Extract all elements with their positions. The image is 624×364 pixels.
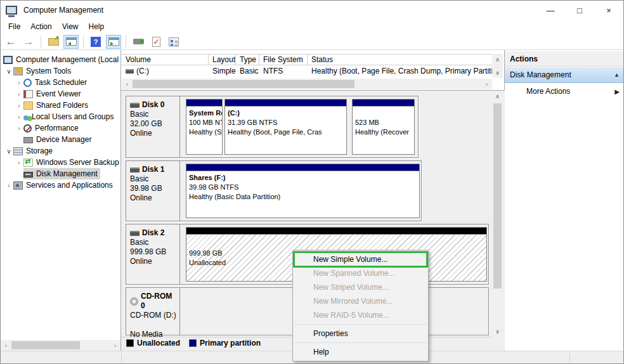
scroll-right-icon[interactable]: › (110, 340, 120, 351)
event-viewer-icon (23, 90, 33, 98)
disk0-partition-recovery[interactable]: 523 MB Healthy (Recover (352, 99, 415, 155)
disk0-label[interactable]: Disk 0 Basic 32.00 GB Online (126, 96, 180, 157)
help-icon: ? (91, 37, 101, 47)
back-icon: ← (6, 36, 16, 47)
chevron-collapsed-icon[interactable]: › (15, 79, 23, 86)
scroll-left-icon[interactable]: ‹ (122, 79, 133, 89)
tree-item-event-viewer[interactable]: › Event Viewer (1, 88, 120, 100)
scrollbar-thumb[interactable] (133, 80, 354, 88)
column-layout[interactable]: Layout (209, 55, 236, 65)
scroll-up-icon[interactable]: ∧ (492, 54, 503, 65)
disk2-label[interactable]: Disk 2 Basic 999.98 GB Online (126, 224, 180, 284)
scroll-down-icon[interactable]: ∨ (492, 326, 503, 337)
scrollbar-thumb[interactable] (493, 103, 502, 289)
primary-partition-band (186, 100, 222, 106)
menu-view[interactable]: View (57, 21, 84, 32)
menu-item-new-mirrored-volume: New Mirrored Volume... (293, 294, 428, 308)
forward-button[interactable]: → (21, 35, 36, 49)
disk1-row: Disk 1 Basic 39.98 GB Online Shares (F:)… (126, 160, 422, 221)
toolbar-separator (126, 36, 126, 48)
tree-item-storage[interactable]: ∨ Storage (1, 145, 120, 157)
actions-header: Actions (505, 51, 624, 67)
tree-item-computer-management[interactable]: Computer Management (Local (1, 54, 120, 65)
tree-item-device-manager[interactable]: Device Manager (1, 134, 120, 145)
menu-file[interactable]: File (3, 21, 25, 32)
menu-item-help[interactable]: Help (293, 345, 428, 359)
volume-list-hscrollbar[interactable]: ‹ › (122, 79, 492, 89)
scrollbar-thumb[interactable] (11, 341, 80, 349)
check-document-button[interactable] (148, 35, 164, 49)
column-volume[interactable]: Volume (122, 55, 209, 65)
menu-item-new-simple-volume[interactable]: New Simple Volume... (293, 251, 428, 268)
checklist-icon (169, 37, 179, 46)
scroll-right-icon[interactable]: › (481, 79, 492, 89)
users-icon (23, 115, 29, 120)
task-scheduler-icon (23, 79, 32, 87)
chevron-expanded-icon[interactable]: ∨ (4, 68, 13, 75)
scope-button[interactable] (131, 35, 146, 49)
disk-management-icon (23, 172, 33, 178)
tree-item-local-users-groups[interactable]: › Local Users and Groups (1, 111, 120, 122)
tree-item-task-scheduler[interactable]: › Task Scheduler (1, 77, 120, 88)
help-button[interactable]: ? (88, 35, 103, 49)
minimize-button[interactable]: — (536, 1, 565, 20)
menu-item-properties[interactable]: Properties (293, 327, 428, 341)
column-file-system[interactable]: File System (259, 55, 308, 65)
disk0-partition-c[interactable]: (C:) 31.39 GB NTFS Healthy (Boot, Page F… (224, 99, 347, 155)
computer-icon (3, 56, 13, 64)
cdrom-icon (130, 297, 138, 306)
volume-list-vscrollbar[interactable]: ∧ ∨ (492, 54, 503, 78)
disk1-partition-shares[interactable]: Shares (F:) 39.98 GB NTFS Healthy (Basic… (186, 164, 420, 218)
scroll-left-icon[interactable]: ‹ (1, 340, 11, 351)
column-type[interactable]: Type (236, 55, 259, 65)
back-button[interactable]: ← (3, 35, 18, 49)
check-document-icon (152, 37, 160, 47)
toolbar: ← → ? (1, 34, 623, 50)
chevron-collapsed-icon[interactable]: › (15, 91, 23, 98)
tree-item-disk-management[interactable]: Disk Management (1, 168, 120, 179)
maximize-button[interactable]: □ (565, 1, 594, 20)
tree-item-services-applications[interactable]: › Services and Applications (1, 179, 120, 191)
show-action-pane-button[interactable] (106, 35, 121, 49)
tree-horizontal-scrollbar[interactable]: ‹ › (1, 340, 120, 351)
disk1-label[interactable]: Disk 1 Basic 39.98 GB Online (126, 161, 180, 221)
console-tree: Computer Management (Local ∨ System Tool… (1, 50, 121, 351)
graph-vscrollbar[interactable]: ∧ ∨ (492, 91, 503, 348)
device-manager-icon (23, 137, 33, 143)
checklist-button[interactable] (166, 35, 181, 49)
chevron-collapsed-icon[interactable]: › (4, 182, 13, 189)
tree-item-system-tools[interactable]: ∨ System Tools (1, 65, 120, 77)
disk0-partition-system-reserved[interactable]: System Re 100 MB NTF Healthy (Sy (186, 99, 223, 155)
chevron-collapsed-icon[interactable]: › (15, 125, 23, 132)
actions-group-disk-management[interactable]: Disk Management ▲ (505, 67, 624, 83)
submenu-arrow-icon: ▶ (614, 88, 620, 95)
collapse-arrow-icon[interactable]: ▲ (614, 72, 620, 78)
volume-row-c[interactable]: (C:) Simple Basic NTFS Healthy (Boot, Pa… (122, 65, 492, 77)
storage-icon (13, 147, 23, 155)
show-console-tree-button[interactable] (63, 35, 79, 49)
chevron-collapsed-icon[interactable]: › (15, 102, 23, 109)
chevron-collapsed-icon[interactable]: › (15, 114, 23, 120)
more-actions-item[interactable]: More Actions ▶ (505, 84, 624, 99)
chevron-collapsed-icon[interactable]: › (15, 159, 23, 166)
menu-action[interactable]: Action (25, 21, 56, 32)
export-button[interactable] (46, 35, 61, 49)
cdrom-label[interactable]: CD-ROM 0 CD-ROM (D:) No Media (126, 288, 180, 335)
menu-item-new-spanned-volume: New Spanned Volume... (293, 266, 428, 280)
forward-icon: → (23, 36, 34, 47)
primary-partition-band (225, 100, 346, 106)
close-button[interactable]: × (594, 1, 623, 20)
menu-help[interactable]: Help (84, 21, 110, 32)
scroll-down-icon[interactable]: ∨ (492, 67, 503, 78)
services-icon (13, 181, 23, 190)
computer-management-window: Computer Management — □ × File Action Vi… (0, 0, 624, 364)
window-title: Computer Management (23, 6, 103, 15)
chevron-expanded-icon[interactable]: ∨ (4, 148, 13, 155)
tree-item-performance[interactable]: › Performance (1, 122, 120, 134)
context-menu: New Simple Volume... New Spanned Volume.… (292, 250, 429, 361)
status-divider (569, 353, 570, 363)
tree-item-shared-folders[interactable]: › Shared Folders (1, 100, 120, 111)
tree-item-windows-server-backup[interactable]: › Windows Server Backup (1, 157, 120, 168)
scroll-up-icon[interactable]: ∧ (492, 91, 503, 101)
column-status[interactable]: Status (308, 55, 492, 65)
